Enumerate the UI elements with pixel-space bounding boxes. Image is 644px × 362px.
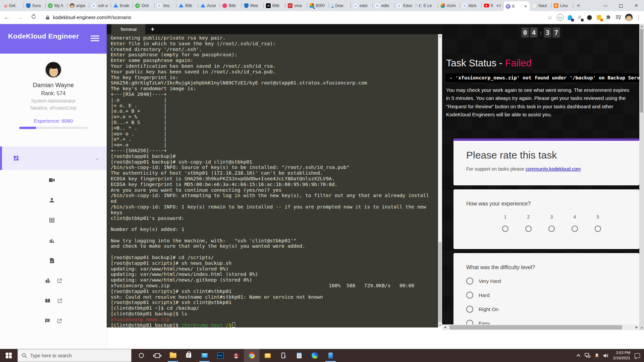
scroll-down-icon[interactable]: ▼	[438, 324, 442, 327]
media-queue-icon[interactable]	[615, 14, 622, 21]
browser-tab[interactable]: Sura	[24, 0, 46, 11]
browser-tab[interactable]: 8000	[307, 0, 329, 11]
taskbar-app-file-explorer[interactable]	[165, 349, 181, 362]
scroll-up-icon[interactable]: ▲	[639, 25, 644, 28]
taskbar-app-blue-app[interactable]	[323, 349, 338, 362]
rating-radio-4[interactable]	[572, 226, 578, 232]
browser-tab[interactable]: Azim	[438, 0, 460, 11]
new-tab-icon[interactable]: +	[573, 2, 584, 9]
sidebar-item-project[interactable]: ⌄	[0, 146, 107, 170]
lock-icon[interactable]	[46, 15, 50, 20]
taskbar-app-edge[interactable]	[307, 349, 323, 362]
scroll-left-icon[interactable]: ◀	[444, 325, 446, 329]
community-link[interactable]: community.kodekloud.com	[526, 166, 581, 172]
browser-tab[interactable]: Mee	[242, 0, 264, 11]
sidebar-item-account[interactable]	[0, 190, 107, 210]
profile-avatar[interactable]	[625, 13, 633, 21]
tab-audio-icon[interactable]: ◄))	[495, 4, 501, 7]
ghost-extension-icon[interactable]	[567, 14, 573, 21]
dark-circle-extension-icon[interactable]	[586, 14, 593, 21]
difficulty-radio-right-on[interactable]	[466, 306, 473, 313]
browser-tab[interactable]: JBBitb	[264, 0, 285, 11]
taskbar-app-chrome[interactable]	[244, 349, 260, 362]
taskbar-app-store[interactable]	[181, 349, 197, 362]
browser-tab[interactable]: Gklick	[460, 0, 482, 11]
taskbar-search[interactable]: Type here to search	[17, 349, 131, 362]
browser-tab[interactable]: Bitb	[176, 0, 198, 11]
taskbar-app-notepad[interactable]	[291, 349, 307, 362]
puzzle-extensions-icon[interactable]	[605, 14, 612, 21]
browser-tab[interactable]: Acce	[198, 0, 220, 11]
page-vertical-scrollbar[interactable]: ▲ ▼	[639, 24, 644, 330]
reload-icon[interactable]	[27, 14, 40, 21]
taskbar-app-mail[interactable]	[197, 349, 212, 362]
taskbar-app-people[interactable]	[228, 349, 244, 362]
network-icon[interactable]	[585, 353, 590, 358]
taskbar-app-cortana[interactable]	[133, 349, 149, 362]
terminal-scrollbar[interactable]: ▲ ▼	[438, 34, 442, 327]
taskbar-app-task-view[interactable]	[149, 349, 165, 362]
difficulty-radio-very-hard[interactable]	[466, 278, 473, 285]
browser-tab[interactable]: uGet	[2, 0, 24, 11]
browser-tab[interactable]: dMy A	[46, 0, 67, 11]
scroll-right-icon[interactable]: ▶	[636, 325, 638, 329]
browser-tab[interactable]: Gedut	[351, 0, 373, 11]
rating-radio-2[interactable]	[525, 226, 532, 232]
sidebar-item-review-beta[interactable]	[0, 250, 107, 270]
browser-menu-icon[interactable]: ⋮	[636, 14, 641, 21]
browser-tab-active[interactable]: GK✕	[503, 1, 530, 11]
panel-horizontal-scrollbar[interactable]: ◀ ▶	[442, 324, 639, 330]
taskbar-app-your-phone[interactable]	[275, 349, 291, 362]
minimize-button[interactable]: —	[598, 0, 613, 11]
browser-tab[interactable]: BLinu	[551, 0, 573, 11]
tray-chevron-up-icon[interactable]	[578, 354, 580, 357]
volume-icon[interactable]	[603, 353, 609, 358]
browser-tab[interactable]: Gedte	[373, 0, 394, 11]
tab-close-icon[interactable]: ✕	[524, 4, 527, 8]
rating-radio-3[interactable]	[548, 226, 555, 232]
taskbar-app-outlook[interactable]	[260, 349, 275, 362]
browser-tab[interactable]: GEduc	[394, 0, 416, 11]
close-button[interactable]: ✕	[629, 0, 644, 11]
back-icon[interactable]: ←	[0, 14, 13, 21]
sidebar-item-project-briefing[interactable]	[0, 170, 107, 190]
browser-tab[interactable]: ETsma	[285, 0, 307, 11]
sidebar-item-architecture[interactable]	[0, 270, 107, 291]
start-button[interactable]	[0, 349, 17, 362]
taskbar-app-photoshop[interactable]: Ps	[212, 349, 228, 362]
restore-button[interactable]	[613, 0, 629, 11]
rating-radio-5[interactable]	[595, 226, 601, 232]
address-bar[interactable]: kodekloud-engineer.com/#!/scenario	[46, 15, 131, 20]
scroll-up-icon[interactable]: ▲	[438, 35, 442, 38]
bookmark-star-icon[interactable]: ☆	[547, 14, 552, 21]
browser-tab[interactable]: ↓Dow	[329, 0, 351, 11]
hamburger-menu-icon[interactable]	[91, 34, 99, 43]
browser-tab[interactable]: Bitb	[220, 0, 242, 11]
browser-tab[interactable]: dOnli	[133, 0, 155, 11]
flower-extension-icon[interactable]: ❊	[576, 14, 583, 21]
yellow-extension-icon[interactable]	[596, 14, 602, 21]
new-terminal-icon[interactable]: +	[151, 25, 154, 33]
sidebar-item-tasks[interactable]	[0, 210, 107, 230]
browser-tab[interactable]: Naut	[530, 0, 551, 11]
taskbar-clock[interactable]: 3:53 PM 2/19/2021	[613, 350, 630, 361]
browser-tab[interactable]: anpa	[67, 0, 89, 11]
forward-icon[interactable]: →	[13, 14, 27, 21]
terminal-output[interactable]: Generating public/private rsa key pair.E…	[107, 34, 438, 327]
scroll-down-icon[interactable]: ▼	[639, 326, 644, 329]
terminal-tab[interactable]: Terminal	[111, 24, 145, 34]
browser-tab[interactable]: Enab	[111, 0, 133, 11]
sidebar-item-wiki[interactable]	[0, 291, 107, 311]
browser-tab[interactable]: Gssh a	[89, 0, 111, 11]
url-text[interactable]: kodekloud-engineer.com/#!/scenario	[53, 15, 131, 20]
vlc-tray-icon[interactable]	[595, 353, 599, 358]
difficulty-radio-hard[interactable]	[466, 292, 473, 299]
browser-tab[interactable]: CE Le	[416, 0, 438, 11]
code-brackets-extension-icon[interactable]: {≡}	[557, 14, 564, 21]
browser-tab[interactable]: 9◄))	[482, 0, 503, 11]
sidebar-item-leaderboard[interactable]	[0, 230, 107, 250]
sidebar-item-community-forum[interactable]	[0, 311, 107, 331]
action-center-icon[interactable]	[635, 353, 640, 358]
rating-radio-1[interactable]	[502, 226, 508, 232]
browser-tab[interactable]: Glms	[155, 0, 176, 11]
